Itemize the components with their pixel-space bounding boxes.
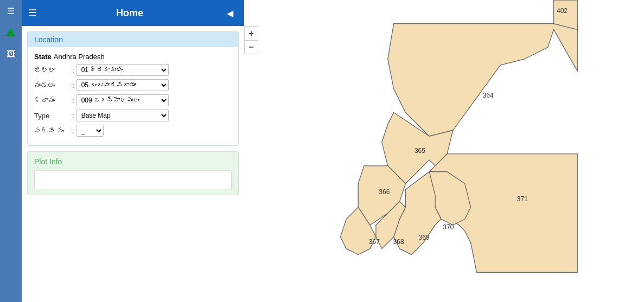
district-label: జిల్లా xyxy=(34,66,72,74)
district-row: జిల్లా : 01 శ్రీకాకుళం xyxy=(34,64,232,76)
label-366: 366 xyxy=(379,188,390,196)
page-title: Home xyxy=(116,8,143,19)
location-body: State Andhra Pradesh జిల్లా : 01 శ్రీకాక… xyxy=(28,47,238,145)
label-402: 402 xyxy=(557,7,568,15)
sidebar-menu-icon[interactable]: ☰ xyxy=(0,0,22,22)
zoom-controls: + − xyxy=(244,26,258,54)
sidebar-image-icon[interactable]: 🖼 xyxy=(0,43,22,65)
mandal-select[interactable]: 05 గంగువారిసిగాడాం xyxy=(76,79,169,91)
label-368: 368 xyxy=(393,238,404,246)
plot-info-title: Plot Info xyxy=(34,157,232,166)
label-370: 370 xyxy=(443,223,454,231)
zoom-in-button[interactable]: + xyxy=(244,26,258,40)
content-area: Location State Andhra Pradesh జిల్లా : 0… xyxy=(22,26,244,302)
map-svg: 402 364 365 366 371 367 368 369 370 xyxy=(244,0,644,302)
survey-row: సర్వే నం : _ 1 2 xyxy=(34,125,232,137)
type-select[interactable]: Base Map Satellite Hybrid xyxy=(76,110,169,121)
collapse-button[interactable]: ◀ xyxy=(222,6,238,21)
location-header: Location xyxy=(28,32,238,47)
state-row: State Andhra Pradesh xyxy=(34,53,232,61)
survey-select[interactable]: _ 1 2 xyxy=(76,125,104,137)
village-label: గ్రామం xyxy=(34,97,72,105)
type-row: Type : Base Map Satellite Hybrid xyxy=(34,110,232,121)
label-371: 371 xyxy=(517,195,528,203)
survey-label: సర్వే నం xyxy=(34,127,72,135)
label-369: 369 xyxy=(419,234,430,241)
district-select[interactable]: 01 శ్రీకాకుళం xyxy=(76,64,169,76)
plot-info-content xyxy=(34,170,232,189)
village-row: గ్రామం : 009 జగన్నాధపురం xyxy=(34,94,232,106)
header: ☰ Home ◀ xyxy=(22,0,244,26)
state-value: Andhra Pradesh xyxy=(54,53,105,61)
location-title: Location xyxy=(34,35,63,44)
location-section: Location State Andhra Pradesh జిల్లా : 0… xyxy=(27,31,239,146)
plot-info-section: Plot Info xyxy=(27,151,239,195)
state-label: State xyxy=(34,53,52,61)
hamburger-icon[interactable]: ☰ xyxy=(28,7,37,19)
sidebar: ☰ 🌲 🖼 xyxy=(0,0,22,302)
mandal-label: మండలం xyxy=(34,81,72,89)
mandal-row: మండలం : 05 గంగువారిసిగాడాం xyxy=(34,79,232,91)
sidebar-tree-icon[interactable]: 🌲 xyxy=(0,22,22,43)
label-365: 365 xyxy=(415,147,425,155)
village-select[interactable]: 009 జగన్నాధపురం xyxy=(76,94,169,106)
label-367: 367 xyxy=(369,238,380,246)
label-364: 364 xyxy=(482,92,493,99)
type-label: Type xyxy=(34,112,72,120)
main-panel: ☰ Home ◀ Location State Andhra Pradesh జ… xyxy=(22,0,244,302)
map-area[interactable]: 402 364 365 366 371 367 368 369 370 xyxy=(244,0,644,302)
zoom-out-button[interactable]: − xyxy=(244,40,258,54)
